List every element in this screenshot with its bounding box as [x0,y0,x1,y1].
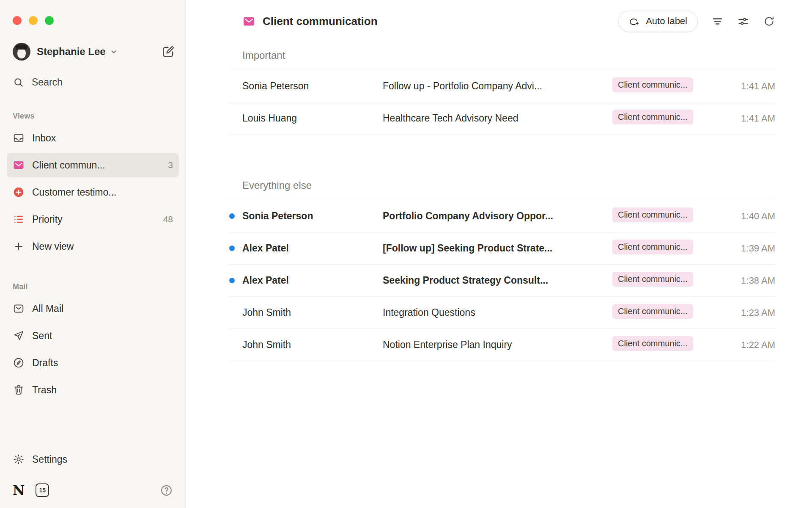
search-label: Search [32,77,63,88]
header-actions: Auto label [618,11,775,32]
unread-dot-icon [229,310,235,315]
auto-label-button[interactable]: Auto label [618,11,698,32]
email-label-badge[interactable]: Client communic... [612,77,693,92]
sidebar: Stephanie Lee Search Views Inbox Client … [0,0,186,508]
sidebar-item-label: New view [32,241,74,252]
sidebar-spacer [7,402,179,444]
sidebar-section: Mail All Mail Sent Drafts Trash [7,282,179,402]
group-title: Important [229,49,775,62]
sidebar-item-label: Trash [32,384,57,396]
email-sender: Sonia Peterson [242,80,383,92]
sidebar-item-sent[interactable]: Sent [7,323,179,348]
email-time: 1:41 AM [718,81,775,92]
email-sender: John Smith [242,307,383,318]
sidebar-footer: N 15 [8,483,177,497]
unread-dot-icon [229,342,235,348]
sidebar-item-all-mail[interactable]: All Mail [7,296,179,321]
sidebar-item-label: All Mail [32,303,63,315]
section-label: Mail [13,282,173,291]
notion-logo[interactable]: N [13,484,25,497]
page-title: Client communication [263,15,378,28]
email-time: 1:40 AM [718,211,775,222]
badge-plus-icon [13,186,25,198]
email-time: 1:23 AM [718,307,775,318]
email-subject: Healthcare Tech Advisory Need [383,113,612,124]
email-label-badge[interactable]: Client communic... [612,304,693,319]
app-window: Stephanie Lee Search Views Inbox Client … [0,0,812,508]
compose-button[interactable] [161,44,176,59]
account-name[interactable]: Stephanie Lee [37,46,106,58]
display-settings-icon[interactable] [737,15,749,28]
search-button[interactable]: Search [13,77,173,88]
sidebar-item-client-communication[interactable]: Client commun... 3 [7,153,179,177]
sidebar-item-customer-testimonials[interactable]: Customer testimo... [7,180,179,204]
sidebar-item-drafts[interactable]: Drafts [7,351,179,375]
list-header: Client communication Auto label [229,8,775,34]
close-window-button[interactable] [13,16,22,25]
email-time: 1:22 AM [718,340,775,351]
auto-label-icon [629,16,640,27]
settings-label: Settings [32,454,67,465]
label-title: Client communication [229,15,378,28]
unread-dot-icon [229,83,235,89]
sidebar-sections: Views Inbox Client commun... 3 Customer … [7,88,179,402]
email-row[interactable]: Louis Huang Healthcare Tech Advisory Nee… [229,102,775,135]
email-time: 1:39 AM [718,243,775,254]
window-controls [7,0,179,25]
section-items: All Mail Sent Drafts Trash [7,296,179,402]
sidebar-item-label: Client commun... [32,160,105,171]
email-sender: Louis Huang [242,113,383,124]
all-mail-icon [13,303,25,315]
drafts-icon [13,357,25,369]
mail-pink-icon [13,159,25,171]
email-label-badge[interactable]: Client communic... [612,272,693,287]
email-row[interactable]: Alex Patel Seeking Product Strategy Cons… [229,265,775,297]
email-row[interactable]: Sonia Peterson Portfolio Company Advisor… [229,200,775,232]
email-row[interactable]: Alex Patel [Follow up] Seeking Product S… [229,232,775,265]
calendar-icon[interactable]: 15 [36,483,49,497]
chevron-down-icon[interactable] [109,47,118,56]
email-row[interactable]: John Smith Notion Enterprise Plan Inquir… [229,329,775,361]
sidebar-item-settings[interactable]: Settings [7,447,179,472]
email-groups: Important Sonia Peterson Follow up - Por… [229,34,775,361]
email-subject: Portfolio Company Advisory Oppor... [383,210,612,222]
sidebar-item-label: Drafts [32,357,58,369]
minimize-window-button[interactable] [29,16,38,25]
sidebar-item-new-view[interactable]: New view [7,234,179,259]
sidebar-item-count: 48 [163,214,173,224]
sidebar-item-label: Inbox [32,133,56,144]
sidebar-item-label: Sent [32,330,52,342]
inbox-icon [13,132,25,144]
email-group: Everything else Sonia Peterson Portfolio… [229,179,775,361]
sidebar-item-trash[interactable]: Trash [7,378,179,402]
unread-dot-icon [229,246,235,251]
account-switcher: Stephanie Lee [13,43,176,61]
sidebar-item-priority[interactable]: Priority 48 [7,207,179,232]
group-title: Everything else [229,179,775,192]
email-label-badge[interactable]: Client communic... [612,110,693,124]
email-label-badge[interactable]: Client communic... [612,207,693,222]
email-row[interactable]: Sonia Peterson Follow up - Portfolio Com… [229,70,775,102]
email-subject: Integration Questions [383,307,612,318]
sidebar-item-label: Customer testimo... [32,187,116,198]
email-time: 1:38 AM [718,275,775,286]
auto-label-text: Auto label [646,16,687,27]
sidebar-item-inbox[interactable]: Inbox [7,126,179,150]
email-label-badge[interactable]: Client communic... [612,336,693,351]
email-subject: Notion Enterprise Plan Inquiry [383,339,612,351]
email-subject: [Follow up] Seeking Product Strate... [383,243,612,254]
help-button[interactable] [160,484,173,497]
avatar[interactable] [13,43,30,61]
email-label-badge[interactable]: Client communic... [612,240,693,254]
email-subject: Follow up - Portfolio Company Advi... [383,80,612,92]
email-row[interactable]: John Smith Integration Questions Client … [229,297,775,329]
filter-icon[interactable] [711,15,724,28]
zoom-window-button[interactable] [45,16,54,25]
section-label: Views [13,112,173,121]
sidebar-section: Views Inbox Client commun... 3 Customer … [7,112,179,259]
search-icon [13,77,24,88]
email-group: Important Sonia Peterson Follow up - Por… [229,49,775,135]
sidebar-item-count: 3 [168,160,173,170]
refresh-icon[interactable] [763,15,775,28]
priority-list-icon [13,213,25,225]
